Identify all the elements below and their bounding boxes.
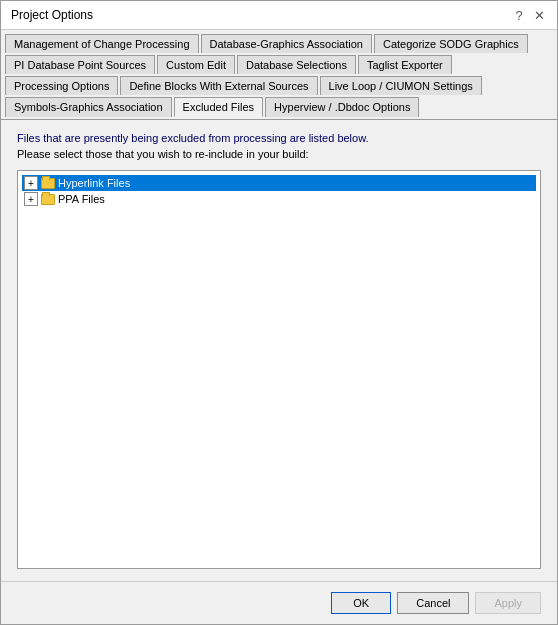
- content-area: Files that are presently being excluded …: [1, 119, 557, 581]
- tab-row-1: Management of Change Processing Database…: [5, 34, 553, 55]
- folder-icon-ppa: [41, 194, 55, 205]
- tab-rows: Management of Change Processing Database…: [5, 34, 553, 119]
- ok-button[interactable]: OK: [331, 592, 391, 614]
- bottom-bar: OK Cancel Apply: [1, 581, 557, 624]
- instruction-text: Please select those that you wish to re-…: [17, 148, 541, 160]
- tree-label-ppa: PPA Files: [58, 193, 105, 205]
- cancel-button[interactable]: Cancel: [397, 592, 469, 614]
- apply-button[interactable]: Apply: [475, 592, 541, 614]
- description-text: Files that are presently being excluded …: [17, 132, 541, 144]
- tree-item-ppa[interactable]: + PPA Files: [22, 191, 536, 207]
- tab-symbols-graphics[interactable]: Symbols-Graphics Association: [5, 97, 172, 117]
- tab-row-2: PI Database Point Sources Custom Edit Da…: [5, 55, 553, 76]
- window-title: Project Options: [11, 8, 93, 22]
- tab-hyperview[interactable]: Hyperview / .Dbdoc Options: [265, 97, 419, 117]
- project-options-window: Project Options ? ✕ Management of Change…: [0, 0, 558, 625]
- tab-live-loop[interactable]: Live Loop / CIUMON Settings: [320, 76, 482, 95]
- tab-excluded-files[interactable]: Excluded Files: [174, 97, 264, 117]
- file-tree: + Hyperlink Files + PPA Files: [17, 170, 541, 569]
- help-button[interactable]: ?: [511, 7, 527, 23]
- tab-database-graphics[interactable]: Database-Graphics Association: [201, 34, 372, 53]
- tab-define-blocks[interactable]: Define Blocks With External Sources: [120, 76, 317, 95]
- folder-icon-hyperlink: [41, 178, 55, 189]
- close-button[interactable]: ✕: [531, 7, 547, 23]
- title-bar: Project Options ? ✕: [1, 1, 557, 30]
- tab-categorize-sodg[interactable]: Categorize SODG Graphics: [374, 34, 528, 53]
- tree-item-hyperlink[interactable]: + Hyperlink Files: [22, 175, 536, 191]
- tab-management-of-change[interactable]: Management of Change Processing: [5, 34, 199, 53]
- tabs-container: Management of Change Processing Database…: [1, 30, 557, 119]
- tab-row-4: Symbols-Graphics Association Excluded Fi…: [5, 97, 553, 119]
- tab-taglist-exporter[interactable]: Taglist Exporter: [358, 55, 452, 74]
- tab-row-3: Processing Options Define Blocks With Ex…: [5, 76, 553, 97]
- expand-hyperlink[interactable]: +: [24, 176, 38, 190]
- tab-pi-database[interactable]: PI Database Point Sources: [5, 55, 155, 74]
- expand-ppa[interactable]: +: [24, 192, 38, 206]
- tab-custom-edit[interactable]: Custom Edit: [157, 55, 235, 74]
- tab-processing-options[interactable]: Processing Options: [5, 76, 118, 95]
- title-buttons: ? ✕: [511, 7, 547, 23]
- tab-database-selections[interactable]: Database Selections: [237, 55, 356, 74]
- tree-label-hyperlink: Hyperlink Files: [58, 177, 130, 189]
